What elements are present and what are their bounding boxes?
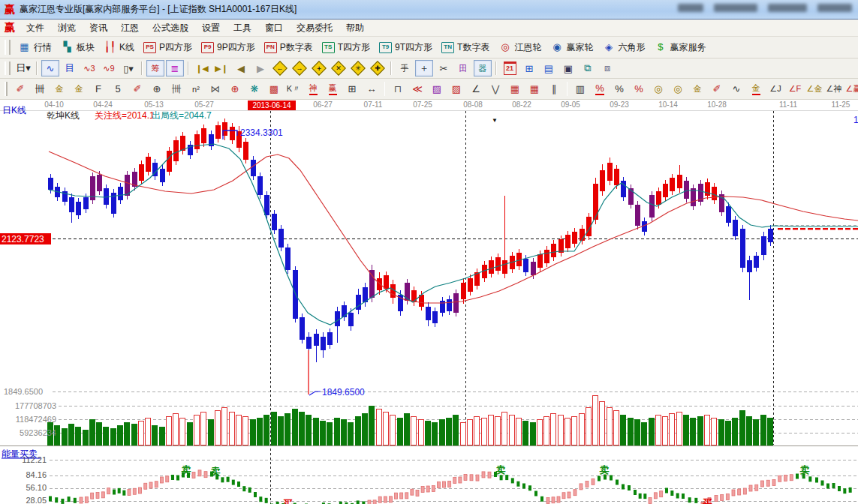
- mirror-angle-tool[interactable]: ⋈: [206, 81, 224, 98]
- red-fan-box-tool[interactable]: ▨: [447, 81, 465, 98]
- gann-star-button[interactable]: ✳: [349, 60, 367, 76]
- gold-circle-tool-2[interactable]: ◎: [669, 81, 687, 98]
- calculator-button[interactable]: ⊞: [520, 60, 538, 76]
- menu-item-8[interactable]: 交易委托: [290, 20, 339, 36]
- menu-item-7[interactable]: 窗口: [258, 20, 290, 36]
- percent-bars-tool[interactable]: ▥: [571, 81, 589, 98]
- gann-shift-left-button[interactable]: ←: [271, 60, 289, 76]
- parallel-lines-tool[interactable]: ∥: [545, 81, 563, 98]
- save-button[interactable]: ▣: [559, 60, 577, 76]
- menu-item-3[interactable]: 江恩: [114, 20, 146, 36]
- gold-circle-tool-1[interactable]: ◎: [649, 81, 667, 98]
- j-angle-tool[interactable]: ∠J: [766, 81, 784, 98]
- percent-tool[interactable]: %: [610, 81, 628, 98]
- percent-line-tool[interactable]: %: [591, 81, 609, 98]
- screen-capture-button[interactable]: ⧉: [579, 60, 597, 76]
- gann-expand-button[interactable]: ＋: [310, 60, 328, 76]
- kline-button[interactable]: ╽╿K线: [99, 39, 139, 56]
- gold-angle-tool[interactable]: ∠金: [805, 81, 823, 98]
- star-web-tool[interactable]: ❋: [245, 81, 263, 98]
- menu-item-9[interactable]: 帮助: [339, 20, 371, 36]
- sectors-button[interactable]: ▚板块: [56, 39, 99, 56]
- draw-pen-tool[interactable]: ✐: [11, 81, 29, 98]
- chart-area[interactable]: 04-1004-2405-1305-2706-2707-1107-2508-08…: [0, 100, 858, 504]
- square-numbers-tool[interactable]: n²: [187, 81, 205, 98]
- print-button[interactable]: ⧈: [598, 60, 616, 76]
- f-angle-tool[interactable]: ∠F: [786, 81, 804, 98]
- candle-style-selector[interactable]: ▯▾: [119, 60, 137, 76]
- period-selector[interactable]: 日▾: [14, 60, 32, 76]
- five-scale-tool[interactable]: 5: [109, 81, 127, 98]
- kline-chart[interactable]: 04-1004-2405-1305-2706-2707-1107-2508-08…: [0, 100, 858, 504]
- gann-cross-button[interactable]: ✚: [369, 60, 387, 76]
- price-scale-tool[interactable]: 卌: [31, 81, 49, 98]
- menu-item-4[interactable]: 公式选股: [146, 20, 195, 36]
- 9t-square-button[interactable]: T99T四方形: [375, 39, 437, 56]
- notes-button[interactable]: ▤: [540, 60, 558, 76]
- first-bar-button[interactable]: ❙◀: [193, 60, 211, 76]
- track-pen-tool[interactable]: ✐: [708, 81, 726, 98]
- v-lines-tool[interactable]: ⋁: [486, 81, 504, 98]
- grid-box-tool-1[interactable]: ▦: [506, 81, 524, 98]
- pattern-tool[interactable]: 器: [474, 60, 492, 76]
- percent-mark-tool[interactable]: %: [630, 81, 648, 98]
- fib-scale-tool[interactable]: F: [89, 81, 107, 98]
- compass-tool[interactable]: ⊕: [226, 81, 244, 98]
- gann-grid-tool[interactable]: 田: [454, 60, 472, 76]
- menu-item-0[interactable]: 文件: [20, 20, 51, 36]
- prev-bar-button[interactable]: ◀: [232, 60, 250, 76]
- gann-shift-right-button[interactable]: →: [291, 60, 309, 76]
- volume-profile-toggle[interactable]: ≣: [166, 60, 184, 76]
- wave-3-button[interactable]: ∿3: [80, 60, 98, 76]
- gann-circle-tool[interactable]: ⊕: [148, 81, 166, 98]
- ray-fan-tool[interactable]: ≪: [408, 81, 426, 98]
- gold-underline-tool[interactable]: 金: [747, 81, 765, 98]
- trend-wave-toggle[interactable]: ∿: [41, 60, 59, 76]
- k-second-tool[interactable]: K〃: [284, 81, 303, 98]
- hexagon-button[interactable]: ◈六角形: [598, 39, 649, 56]
- wave-9-button[interactable]: ∿9: [100, 60, 118, 76]
- winner-wheel-button[interactable]: ◉赢家轮: [546, 39, 598, 56]
- menu-item-6[interactable]: 工具: [227, 20, 258, 36]
- win-tool[interactable]: 赢: [324, 81, 342, 98]
- p-number-table-button[interactable]: PNP数字表: [260, 39, 318, 56]
- box-tool[interactable]: ⊓: [389, 81, 407, 98]
- info-list-button[interactable]: 目: [61, 60, 79, 76]
- toolbar-grip[interactable]: [5, 82, 8, 96]
- pan-hand-tool[interactable]: 手: [396, 60, 414, 76]
- toolbar-grip[interactable]: [5, 62, 11, 75]
- win-angle-tool[interactable]: ∠赢: [844, 81, 858, 98]
- gold-scale-tool-1[interactable]: 金: [50, 81, 68, 98]
- menu-item-1[interactable]: 浏览: [51, 20, 83, 36]
- grid-box-tool-2[interactable]: ▦: [525, 81, 543, 98]
- menu-item-5[interactable]: 设置: [195, 20, 227, 36]
- chip-distribution-toggle[interactable]: 筹: [146, 60, 164, 76]
- last-bar-button[interactable]: ▶❙: [212, 60, 230, 76]
- crosshair-tool[interactable]: ＋: [415, 60, 433, 76]
- plain-scale-tool[interactable]: 卌: [167, 81, 185, 98]
- ruler-grid-tool[interactable]: ⊞: [343, 81, 361, 98]
- 9p-square-button[interactable]: P99P四方形: [197, 39, 260, 56]
- brush-tool[interactable]: ✐: [128, 81, 146, 98]
- next-bar-button[interactable]: ▶: [251, 60, 269, 76]
- cut-line-tool[interactable]: ✂: [435, 60, 453, 76]
- spider-web-tool[interactable]: ▩: [265, 81, 283, 98]
- calendar-button[interactable]: 21: [501, 60, 519, 76]
- shen-angle-tool[interactable]: ∠神: [825, 81, 843, 98]
- t-square-button[interactable]: TST四方形: [318, 39, 375, 56]
- wave-pair-tool[interactable]: ∿: [727, 81, 745, 98]
- gold-scale-tool-2[interactable]: 金: [70, 81, 88, 98]
- angle-lines-tool[interactable]: ∠: [467, 81, 485, 98]
- menu-item-2[interactable]: 资讯: [83, 20, 114, 36]
- gann-wheel-button[interactable]: ◎江恩轮: [494, 39, 546, 56]
- gann-compress-button[interactable]: ✕: [330, 60, 348, 76]
- winner-service-button[interactable]: $赢家服务: [649, 39, 710, 56]
- h-measure-tool[interactable]: ↔: [363, 81, 381, 98]
- p-square-button[interactable]: PSP四方形: [139, 39, 197, 56]
- gold-lines-tool[interactable]: 金: [688, 81, 706, 98]
- shen-tool[interactable]: 神: [304, 81, 322, 98]
- toolbar-grip[interactable]: [5, 40, 11, 55]
- market-quotes-button[interactable]: ▦行情: [14, 39, 56, 56]
- t-number-table-button[interactable]: TNT数字表: [437, 39, 494, 56]
- purple-fan-box-tool[interactable]: ▨: [428, 81, 446, 98]
